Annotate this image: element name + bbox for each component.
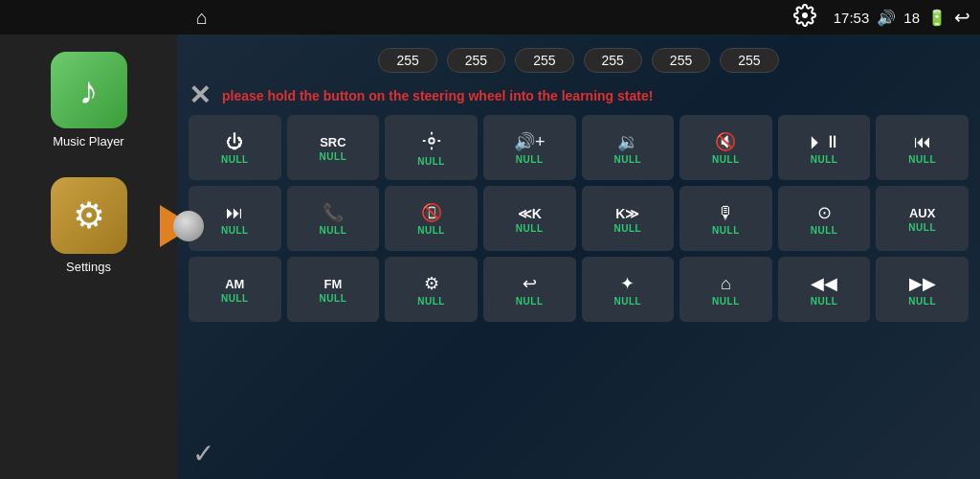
btn-settings-label: NULL (417, 296, 445, 307)
btn-call[interactable]: 📞 NULL (287, 186, 380, 251)
fm-icon: FM (324, 277, 343, 291)
btn-bluetooth[interactable]: ✦ NULL (582, 257, 675, 322)
btn-power[interactable]: ⏻ NULL (189, 115, 281, 180)
time-display: 17:53 (834, 10, 870, 26)
btn-next-track-label: NULL (221, 225, 249, 236)
settings-icon: ⚙ (51, 177, 127, 254)
btn-fm[interactable]: FM NULL (287, 257, 380, 322)
btn-hang-up[interactable]: 📵 NULL (385, 186, 478, 251)
btn-src[interactable]: SRC NULL (287, 115, 380, 180)
fast-forward-icon: ▶▶ (909, 274, 936, 295)
btn-play-pause-label: NULL (811, 154, 838, 165)
music-player-label: Music Player (53, 134, 123, 148)
btn-mic[interactable]: 🎙 NULL (679, 186, 772, 251)
play-pause-icon: ⏵⏸ (807, 132, 841, 153)
back-icon[interactable]: ↩ (954, 6, 970, 29)
btn-prev-track[interactable]: ⏮ NULL (876, 115, 969, 180)
btn-am[interactable]: AM NULL (189, 257, 281, 322)
btn-rewind-label: NULL (811, 296, 838, 307)
instruction-row: ✕ please hold the button on the steering… (189, 82, 969, 109)
pill-6: 255 (720, 48, 778, 73)
btn-gps-label: NULL (417, 156, 445, 167)
btn-prev-track-label: NULL (908, 154, 936, 165)
camera-icon: ⊙ (817, 203, 832, 224)
pill-5: 255 (652, 48, 710, 73)
btn-vol-down[interactable]: 🔉 NULL (582, 115, 675, 180)
btn-vol-down-label: NULL (613, 154, 641, 165)
home-ctrl-icon: ⌂ (721, 274, 731, 295)
src-icon: SRC (320, 135, 345, 149)
btn-seek-next-label: NULL (613, 223, 641, 234)
am-icon: AM (225, 277, 244, 291)
power-icon: ⏻ (226, 132, 243, 153)
settings-ctrl-icon: ⚙ (424, 274, 439, 295)
arrow-indicator (160, 205, 194, 247)
hang-up-icon: 📵 (421, 203, 442, 224)
btn-mute-label: NULL (712, 154, 740, 165)
btn-seek-next[interactable]: K≫ NULL (582, 186, 675, 251)
btn-am-label: NULL (221, 293, 249, 304)
btn-next-track[interactable]: ⏭ NULL (189, 186, 281, 251)
seek-next-icon: K≫ (615, 206, 639, 221)
btn-mic-label: NULL (712, 225, 740, 236)
confirm-button[interactable]: ✓ (189, 438, 214, 469)
button-row-3: AM NULL FM NULL ⚙ NULL ↩ NULL ✦ NULL (189, 257, 969, 322)
btn-camera-label: NULL (811, 225, 838, 236)
home-nav-icon[interactable]: ⌂ (196, 7, 208, 29)
battery-icon: 🔋 (927, 9, 947, 27)
close-button[interactable]: ✕ (189, 82, 211, 109)
button-row-1: ⏻ NULL SRC NULL NULL 🔊+ (189, 115, 969, 180)
btn-home-label: NULL (712, 296, 740, 307)
music-player-app[interactable]: ♪ Music Player (43, 44, 135, 156)
pills-row: 255 255 255 255 255 255 (189, 44, 969, 77)
btn-fm-label: NULL (320, 293, 347, 304)
pill-1: 255 (378, 48, 436, 73)
pill-2: 255 (447, 48, 505, 73)
mic-icon: 🎙 (717, 203, 734, 224)
btn-bluetooth-label: NULL (613, 296, 641, 307)
aux-icon: AUX (909, 206, 935, 220)
settings-nav-icon[interactable] (793, 4, 816, 32)
volume-up-icon: 🔊+ (514, 132, 546, 153)
prev-track-icon: ⏮ (914, 132, 931, 153)
rewind-icon: ◀◀ (811, 274, 837, 295)
gps-icon (421, 130, 442, 154)
btn-mute[interactable]: 🔇 NULL (679, 115, 772, 180)
pill-3: 255 (515, 48, 573, 73)
svg-point-0 (802, 12, 808, 18)
btn-call-label: NULL (320, 225, 347, 236)
mute-icon: 🔇 (715, 132, 736, 153)
btn-aux[interactable]: AUX NULL (876, 186, 969, 251)
btn-seek-prev[interactable]: ≪K NULL (483, 186, 576, 251)
pill-4: 255 (584, 48, 642, 73)
volume-icon: 🔊 (877, 9, 896, 27)
volume-level: 18 (903, 10, 920, 26)
btn-fast-forward[interactable]: ▶▶ NULL (876, 257, 969, 322)
music-player-icon: ♪ (51, 52, 127, 128)
btn-play-pause[interactable]: ⏵⏸ NULL (778, 115, 871, 180)
btn-hang-up-label: NULL (417, 225, 445, 236)
btn-gps[interactable]: NULL (385, 115, 478, 180)
btn-settings[interactable]: ⚙ NULL (385, 257, 478, 322)
settings-app[interactable]: ⚙ Settings (43, 170, 135, 282)
bottom-row: ✓ (189, 438, 969, 469)
svg-point-1 (429, 138, 434, 144)
btn-vol-up[interactable]: 🔊+ NULL (483, 115, 576, 180)
btn-back-label: NULL (516, 296, 544, 307)
btn-camera[interactable]: ⊙ NULL (778, 186, 871, 251)
btn-back[interactable]: ↩ NULL (483, 257, 576, 322)
instruction-text: please hold the button on the steering w… (222, 88, 653, 103)
btn-rewind[interactable]: ◀◀ NULL (778, 257, 871, 322)
next-track-icon: ⏭ (226, 203, 243, 224)
btn-aux-label: NULL (908, 222, 936, 233)
btn-seek-prev-label: NULL (516, 223, 544, 234)
button-grid: ⏻ NULL SRC NULL NULL 🔊+ (189, 115, 969, 432)
btn-home[interactable]: ⌂ NULL (679, 257, 772, 322)
back-ctrl-icon: ↩ (523, 274, 537, 295)
seek-prev-icon: ≪K (518, 206, 542, 221)
sidebar: ♪ Music Player ⚙ Settings (0, 34, 177, 479)
settings-label: Settings (66, 260, 111, 274)
btn-src-label: NULL (320, 151, 347, 162)
status-bar: ⌂ 17:53 🔊 18 🔋 ↩ (0, 0, 980, 34)
btn-fast-forward-label: NULL (908, 296, 936, 307)
